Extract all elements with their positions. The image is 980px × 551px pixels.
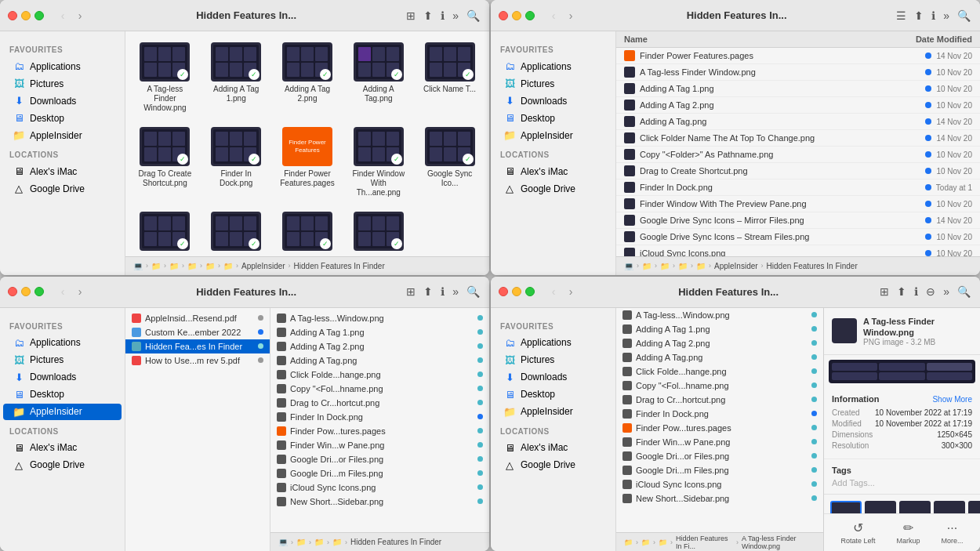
sidebar-item-desktop-4[interactable]: 🖥 Desktop xyxy=(494,386,612,403)
sidebar-item-gdrive-3[interactable]: △ Google Drive xyxy=(3,457,122,473)
search-btn-4[interactable]: 🔍 xyxy=(956,284,972,299)
sidebar-item-applications-1[interactable]: 🗂 Applications xyxy=(3,58,122,74)
thumb-4[interactable] xyxy=(934,501,965,513)
w3-file-7[interactable]: Drag to Cr...hortcut.png xyxy=(270,396,489,410)
view-toggle-4[interactable]: ⊞ xyxy=(878,284,891,299)
list-item-12[interactable]: Google Drive Sync Icons – Stream Files.p… xyxy=(616,229,980,245)
w4-file-9[interactable]: Finder Pow...tures.pages xyxy=(616,421,823,435)
sidebar-item-applications-3[interactable]: 🗂 Applications xyxy=(3,335,122,351)
w3-file-11[interactable]: Google Dri...or Files.png xyxy=(270,452,489,466)
file-item-6[interactable]: ✓ Drag To Create Shortcut.png xyxy=(133,124,197,201)
sidebar-item-imac-4[interactable]: 🖥 Alex's iMac xyxy=(494,440,612,456)
list-item-4[interactable]: Adding A Tag 2.png 10 Nov 20 xyxy=(616,97,980,114)
sidebar-item-gdrive-2[interactable]: △ Google Drive xyxy=(494,180,612,197)
w4-file-2[interactable]: Adding A Tag 1.png xyxy=(616,322,823,336)
sidebar-item-gdrive-1[interactable]: △ Google Drive xyxy=(3,180,122,197)
file-item-9[interactable]: ✓ Finder Window With Th...ane.png xyxy=(347,124,410,201)
view-toggle-1[interactable]: ⊞ xyxy=(405,8,417,24)
info-btn-3[interactable]: ℹ xyxy=(439,284,446,299)
w3-file-3[interactable]: Adding A Tag 2.png xyxy=(270,339,489,353)
file-item-8[interactable]: Finder Power Features Finder Power Featu… xyxy=(276,124,339,201)
sidebar-item-appleinsider-3[interactable]: 📁 AppleInsider xyxy=(3,404,122,420)
sidebar-item-desktop-3[interactable]: 🖥 Desktop xyxy=(3,386,122,403)
sidebar-item-pictures-2[interactable]: 🖼 Pictures xyxy=(494,75,612,92)
file-item-5[interactable]: ✓ Click Name T... xyxy=(418,39,481,116)
sidebar-item-downloads-3[interactable]: ⬇ Downloads xyxy=(3,369,122,386)
list-item-13[interactable]: iCloud Sync Icons.png 10 Nov 20 xyxy=(616,245,980,256)
show-more-button[interactable]: Show More xyxy=(932,395,972,404)
file-item-1[interactable]: ✓ A Tag-less Finder Window.png xyxy=(133,39,197,116)
sidebar-item-imac-3[interactable]: 🖥 Alex's iMac xyxy=(3,440,122,456)
list-item-9[interactable]: Finder In Dock.png Today at 1 xyxy=(616,179,980,196)
list-item-7[interactable]: Copy "<Folder>" As Pathname.png 10 Nov 2… xyxy=(616,147,980,163)
sidebar-item-pictures-4[interactable]: 🖼 Pictures xyxy=(494,352,612,368)
minimize-button-3[interactable] xyxy=(21,287,31,296)
minimize-button-4[interactable] xyxy=(512,287,521,296)
share-btn-1[interactable]: ⬆ xyxy=(422,8,434,24)
w3-file-6[interactable]: Copy "<Fol...hname.png xyxy=(270,382,489,396)
zoom-btn-4[interactable]: ⊖ xyxy=(924,284,937,299)
more-btn-4[interactable]: » xyxy=(942,284,951,299)
minimize-button-2[interactable] xyxy=(512,11,521,20)
list-item-6[interactable]: Click Folder Name The At Top To Change.p… xyxy=(616,130,980,147)
more-btn-1[interactable]: » xyxy=(451,8,460,24)
search-btn-1[interactable]: 🔍 xyxy=(465,8,481,24)
file-item-11[interactable]: ✓ xyxy=(133,208,197,256)
folder-item-how-to[interactable]: How to Use...m rev 5.pdf xyxy=(125,353,270,368)
info-btn-2[interactable]: ℹ xyxy=(930,8,937,24)
w4-file-1[interactable]: A Tag-less...Window.png xyxy=(616,308,823,322)
w3-file-8[interactable]: Finder In Dock.png xyxy=(270,410,489,424)
w4-file-12[interactable]: Google Dri...m Files.png xyxy=(616,463,823,477)
more-btn-3[interactable]: » xyxy=(451,284,460,299)
sidebar-item-pictures-3[interactable]: 🖼 Pictures xyxy=(3,352,122,368)
list-item-5[interactable]: Adding A Tag.png 14 Nov 20 xyxy=(616,114,980,130)
list-item-8[interactable]: Drag to Create Shortcut.png 10 Nov 20 xyxy=(616,163,980,179)
markup-button[interactable]: ✏ Markup xyxy=(896,520,920,545)
close-button-3[interactable] xyxy=(8,287,17,296)
w3-file-10[interactable]: Finder Win...w Pane.png xyxy=(270,438,489,452)
w3-file-14[interactable]: New Short...Sidebar.png xyxy=(270,495,489,509)
share-btn-2[interactable]: ⬆ xyxy=(913,8,925,24)
w3-file-2[interactable]: Adding A Tag 1.png xyxy=(270,325,489,339)
forward-button-1[interactable]: › xyxy=(72,9,88,23)
folder-item-custom[interactable]: Custom Ke...ember 2022 xyxy=(125,325,270,339)
list-item-3[interactable]: Adding A Tag 1.png 10 Nov 20 xyxy=(616,81,980,97)
view-toggle-3[interactable]: ⊞ xyxy=(405,284,417,299)
list-item-11[interactable]: Google Drive Sync Icons – Mirror Files.p… xyxy=(616,212,980,229)
w3-file-4[interactable]: Adding A Tag.png xyxy=(270,353,489,368)
info-btn-1[interactable]: ℹ xyxy=(439,8,446,24)
close-button-1[interactable] xyxy=(8,11,17,20)
view-toggle-2[interactable]: ☰ xyxy=(895,8,908,24)
file-item-7[interactable]: ✓ Finder In Dock.png xyxy=(205,124,268,201)
file-item-4[interactable]: ✓ Adding A Tag.png xyxy=(347,39,410,116)
file-item-12[interactable]: ✓ xyxy=(205,208,268,256)
sidebar-item-downloads-2[interactable]: ⬇ Downloads xyxy=(494,92,612,109)
more-tools-button[interactable]: ··· More... xyxy=(941,521,963,545)
close-button-4[interactable] xyxy=(499,287,508,296)
thumb-1[interactable] xyxy=(830,501,862,513)
thumb-3[interactable] xyxy=(899,501,931,513)
list-item-2[interactable]: A Tag-less Finder Window.png 10 Nov 20 xyxy=(616,64,980,81)
maximize-button-4[interactable] xyxy=(525,287,535,296)
forward-button-3[interactable]: › xyxy=(72,285,88,299)
maximize-button-3[interactable] xyxy=(34,287,44,296)
share-btn-4[interactable]: ⬆ xyxy=(895,284,908,299)
maximize-button-1[interactable] xyxy=(34,11,44,20)
sidebar-item-applications-2[interactable]: 🗂 Applications xyxy=(494,58,612,74)
w4-file-13[interactable]: iCloud Sync Icons.png xyxy=(616,477,823,491)
w3-file-1[interactable]: A Tag-less...Window.png xyxy=(270,311,489,325)
back-button-3[interactable]: ‹ xyxy=(55,285,71,299)
sidebar-item-pictures-1[interactable]: 🖼 Pictures xyxy=(3,75,122,92)
thumb-2[interactable] xyxy=(865,501,896,513)
w3-file-13[interactable]: iCloud Sync Icons.png xyxy=(270,480,489,495)
w3-file-5[interactable]: Click Folde...hange.png xyxy=(270,368,489,382)
info-btn-4[interactable]: ℹ xyxy=(913,284,920,299)
w4-file-6[interactable]: Copy "<Fol...hname.png xyxy=(616,379,823,393)
share-btn-3[interactable]: ⬆ xyxy=(422,284,434,299)
close-button-2[interactable] xyxy=(499,11,508,20)
sidebar-item-imac-2[interactable]: 🖥 Alex's iMac xyxy=(494,163,612,179)
file-list-3[interactable]: A Tag-less...Window.png Adding A Tag 1.p… xyxy=(270,308,489,533)
sidebar-item-appleinsider-2[interactable]: 📁 AppleInsider xyxy=(494,127,612,143)
list-item-1[interactable]: Finder Power Features.pages 14 Nov 20 xyxy=(616,48,980,64)
thumb-5[interactable] xyxy=(968,501,980,513)
